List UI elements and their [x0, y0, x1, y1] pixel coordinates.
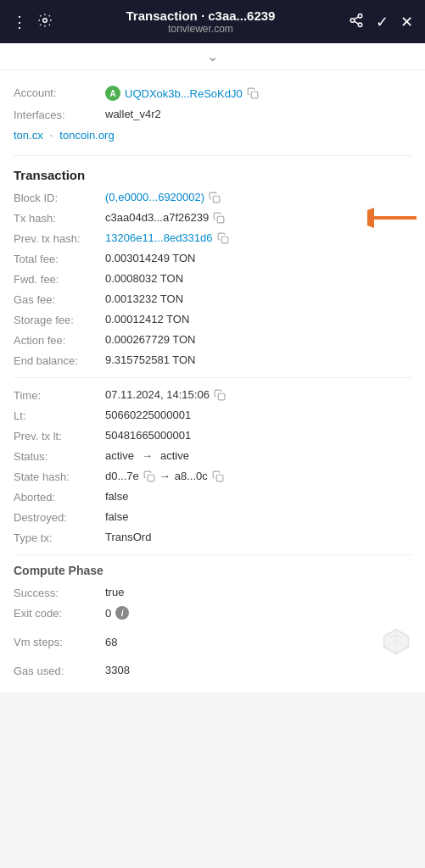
account-row: Account: A UQDXok3b...ReSoKdJ0 — [14, 82, 411, 104]
block-id-link[interactable]: (0,e0000...6920002) — [105, 191, 204, 203]
total-fee-row: Total fee: 0.003014249 TON — [14, 248, 411, 269]
cube-3d-icon — [381, 626, 411, 657]
action-fee-value: 0.000267729 TON — [105, 333, 196, 346]
account-copy-icon[interactable] — [247, 87, 259, 99]
total-fee-label: Total fee: — [14, 252, 98, 265]
prev-tx-lt-value: 50481665000001 — [105, 429, 191, 442]
action-fee-label: Action fee: — [14, 333, 98, 347]
account-address[interactable]: UQDXok3b...ReSoKdJ0 — [125, 87, 243, 100]
header-title-block: Transaction · c3aa...6239 tonviewer.com — [63, 8, 338, 35]
toncoin-org-link[interactable]: toncoin.org — [59, 129, 114, 142]
orange-arrow-annotation — [367, 205, 418, 231]
block-id-row: Block ID: (0,e0000...6920002) — [14, 187, 411, 208]
check-icon[interactable]: ✓ — [376, 13, 389, 31]
tx-hash-value: c3aa04d3...a7f26239 — [105, 211, 225, 224]
aborted-value: false — [105, 490, 128, 503]
exit-code-label: Exit code: — [14, 606, 98, 620]
collapse-bar[interactable]: ⌄ — [0, 43, 425, 70]
end-balance-row: End balance: 9.315752581 TON — [14, 350, 411, 370]
end-balance-label: End balance: — [14, 353, 98, 367]
prev-tx-hash-copy-icon[interactable] — [217, 232, 229, 244]
time-copy-icon[interactable] — [214, 389, 226, 401]
status-from: active — [105, 449, 134, 462]
lt-row: Lt: 50660225000001 — [14, 405, 411, 426]
prev-tx-hash-link[interactable]: 13206e11...8ed331d6 — [105, 231, 213, 244]
aborted-row: Aborted: false — [14, 487, 411, 507]
divider-2 — [14, 377, 411, 378]
gas-used-label: Gas used: — [14, 664, 98, 677]
interfaces-value: wallet_v4r2 — [105, 108, 161, 120]
success-row: Success: true — [14, 582, 411, 603]
avatar: A — [105, 86, 120, 101]
fwd-fee-label: Fwd. fee: — [14, 272, 98, 286]
storage-fee-value: 0.00012412 TON — [105, 313, 189, 326]
links-separator: · — [50, 128, 57, 142]
time-label: Time: — [14, 388, 98, 402]
type-tx-label: Type tx: — [14, 531, 98, 544]
tx-hash-row: Tx hash: c3aa04d3...a7f26239 — [14, 208, 411, 228]
type-tx-value: TransOrd — [105, 531, 151, 543]
vm-steps-label: Vm steps: — [14, 635, 98, 648]
ton-cx-link[interactable]: ton.cx — [14, 129, 43, 142]
compute-phase-title: Compute Phase — [14, 564, 411, 577]
state-hash-from-copy[interactable] — [143, 470, 155, 482]
chevron-down-icon: ⌄ — [207, 48, 218, 64]
aborted-label: Aborted: — [14, 490, 98, 504]
close-icon[interactable]: ✕ — [400, 13, 413, 31]
state-hash-from: d0...7e — [105, 470, 139, 482]
prev-tx-hash-value: 13206e11...8ed331d6 — [105, 231, 229, 244]
state-hash-arrow: → — [159, 470, 171, 482]
state-hash-to: a8...0c — [175, 470, 208, 482]
exit-code-text: 0 — [105, 607, 111, 620]
fwd-fee-row: Fwd. fee: 0.0008032 TON — [14, 269, 411, 289]
exit-code-row: Exit code: 0 i — [14, 603, 411, 623]
gas-fee-label: Gas fee: — [14, 292, 98, 306]
state-hash-to-copy[interactable] — [212, 470, 224, 482]
status-arrow-icon: → — [142, 449, 153, 462]
total-fee-value: 0.003014249 TON — [105, 252, 196, 264]
settings-icon[interactable] — [37, 13, 53, 31]
svg-rect-8 — [217, 216, 224, 223]
svg-rect-12 — [218, 393, 225, 400]
time-row: Time: 07.11.2024, 14:15:06 — [14, 385, 411, 405]
time-value: 07.11.2024, 14:15:06 — [105, 388, 226, 401]
svg-point-0 — [43, 19, 48, 23]
block-id-value: (0,e0000...6920002) — [105, 191, 221, 203]
success-value: true — [105, 586, 124, 598]
external-links: ton.cx · toncoin.org — [14, 125, 411, 148]
interfaces-label: Interfaces: — [14, 108, 98, 121]
vm-steps-row: Vm steps: 68 — [14, 623, 411, 660]
divider-3 — [14, 554, 411, 555]
tx-hash-text: c3aa04d3...a7f26239 — [105, 211, 209, 224]
menu-dots-icon[interactable]: ⋮ — [12, 14, 27, 30]
tx-hash-copy-icon[interactable] — [213, 212, 225, 224]
destroyed-row: Destroyed: false — [14, 507, 411, 527]
svg-rect-13 — [148, 475, 154, 481]
action-fee-row: Action fee: 0.000267729 TON — [14, 330, 411, 350]
status-row: Status: active → active — [14, 446, 411, 466]
header-actions: ✓ ✕ — [349, 13, 413, 31]
storage-fee-label: Storage fee: — [14, 313, 98, 326]
gas-fee-row: Gas fee: 0.0013232 TON — [14, 289, 411, 309]
status-label: Status: — [14, 449, 98, 463]
svg-rect-7 — [213, 196, 220, 203]
fwd-fee-value: 0.0008032 TON — [105, 272, 183, 285]
svg-rect-14 — [216, 475, 223, 481]
svg-point-2 — [350, 19, 355, 23]
destroyed-value: false — [105, 510, 128, 523]
exit-code-info-icon[interactable]: i — [115, 606, 129, 620]
share-icon[interactable] — [349, 13, 364, 31]
end-balance-value: 9.315752581 TON — [105, 353, 196, 366]
block-id-copy-icon[interactable] — [209, 192, 221, 203]
svg-line-5 — [354, 17, 358, 19]
svg-line-4 — [354, 21, 358, 24]
type-tx-row: Type tx: TransOrd — [14, 527, 411, 548]
lt-value: 50660225000001 — [105, 409, 191, 421]
svg-point-3 — [358, 23, 362, 27]
prev-tx-hash-row: Prev. tx hash: 13206e11...8ed331d6 — [14, 228, 411, 248]
account-value: A UQDXok3b...ReSoKdJ0 — [105, 86, 259, 101]
state-hash-label: State hash: — [14, 470, 98, 483]
state-hash-value: d0...7e → a8...0c — [105, 470, 224, 482]
prev-tx-lt-label: Prev. tx lt: — [14, 429, 98, 442]
success-label: Success: — [14, 586, 98, 599]
